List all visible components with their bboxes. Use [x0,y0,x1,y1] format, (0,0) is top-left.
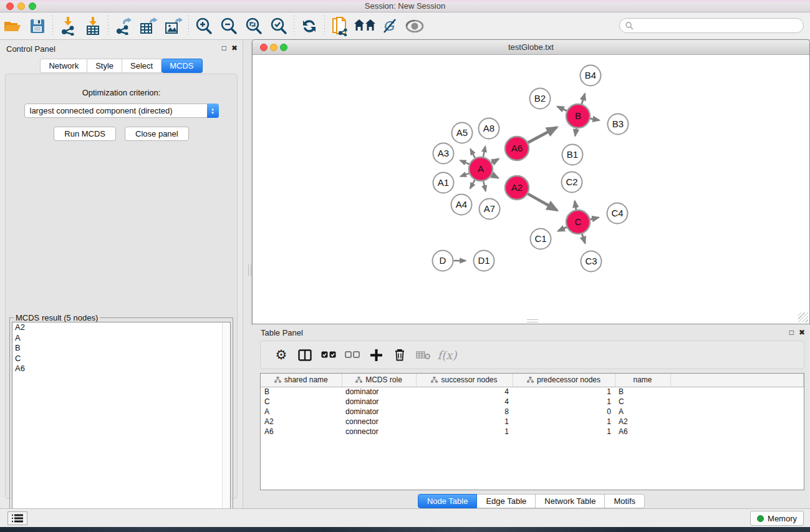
column-header-name[interactable]: name [615,374,670,387]
tab-network[interactable]: Network [40,59,87,73]
task-history-button[interactable] [7,511,27,525]
import-network-icon[interactable] [55,15,80,37]
tab-select[interactable]: Select [122,59,162,73]
graph-edge-B-B1[interactable] [575,128,576,136]
table-row[interactable]: A2connector11A2 [261,417,804,427]
tab-edge-table[interactable]: Edge Table [477,494,536,508]
graph-node-A8[interactable]: A8 [479,118,499,139]
column-header-shared-name[interactable]: shared name [261,374,342,387]
open-session-icon[interactable] [0,15,25,37]
graph-edge-A-A1[interactable] [461,173,470,177]
function-builder-icon[interactable]: f(x) [435,344,459,366]
graph-edge-C-C3[interactable] [582,234,585,243]
graph-node-A7[interactable]: A7 [480,199,500,220]
search-input[interactable] [634,19,803,32]
zoom-out-icon[interactable] [216,15,241,37]
table-row[interactable]: Bdominator41B [261,387,804,397]
graph-node-D[interactable]: D [433,251,453,271]
network-canvas[interactable]: B4B2BB3A5A8A6A3B1AA1C2A2A4A7C4CC1C3DD1 [253,55,809,324]
zoom-in-icon[interactable] [191,15,216,37]
table-row[interactable]: A6connector11A6 [261,427,804,437]
graph-edge-A-A3[interactable] [460,160,469,164]
show-column-icon[interactable] [293,344,317,366]
graph-node-B4[interactable]: B4 [581,65,601,86]
export-image-icon[interactable] [161,15,186,37]
graphics-details-icon[interactable]: G [377,15,402,37]
graph-node-A[interactable]: A [469,157,493,181]
refresh-icon[interactable] [297,15,322,37]
horizontal-splitter-handle[interactable] [527,319,538,322]
graph-node-D1[interactable]: D1 [474,251,494,271]
graph-edge-B-B3[interactable] [591,118,599,120]
window-resize-grip[interactable] [798,312,808,322]
table-close-icon[interactable]: ✖ [799,328,805,337]
show-hide-details-icon[interactable] [402,15,427,37]
graph-node-A1[interactable]: A1 [433,173,454,193]
add-column-icon[interactable] [364,344,388,366]
graph-node-B3[interactable]: B3 [608,114,629,135]
result-item[interactable]: C [12,354,230,364]
export-network-icon[interactable] [111,15,136,37]
criterion-dropdown[interactable]: largest connected component (directed) ▲… [24,104,219,118]
select-all-checkboxes-icon[interactable] [317,344,340,366]
graph-node-C1[interactable]: C1 [531,229,551,249]
network-window-titlebar[interactable]: testGlobe.txt [253,40,809,55]
column-header-predecessor-nodes[interactable]: predecessor nodes [513,374,615,387]
graph-node-A4[interactable]: A4 [451,195,472,215]
table-float-icon[interactable]: □ [789,328,794,337]
save-session-icon[interactable] [25,15,50,37]
column-header-MCDS-role[interactable]: MCDS role [342,374,416,387]
table-row[interactable]: Adominator80A [261,407,804,417]
graph-node-B[interactable]: B [566,104,590,128]
new-network-from-selection-icon[interactable] [327,15,352,37]
float-panel-icon[interactable]: □ [222,44,226,52]
vertical-splitter-handle[interactable] [248,264,251,276]
search-field[interactable] [619,18,804,33]
result-item[interactable]: A6 [12,364,230,374]
table-row[interactable]: Cdominator41C [261,397,804,407]
graph-node-C3[interactable]: C3 [581,251,602,272]
close-panel-icon[interactable]: ✖ [231,44,238,52]
graph-edge-A-A8[interactable] [483,147,485,157]
graph-edge-A-A5[interactable] [470,149,475,158]
result-item[interactable]: A [12,333,230,344]
deselect-all-checkboxes-icon[interactable] [340,344,364,366]
graph-node-C2[interactable]: C2 [562,172,582,193]
delete-column-icon[interactable] [388,344,412,366]
zoom-fit-icon[interactable] [241,15,266,37]
graph-node-C4[interactable]: C4 [607,203,628,224]
tab-mcds[interactable]: MCDS [162,59,202,73]
graph-node-A6[interactable]: A6 [505,137,529,160]
graph-edge-B-B4[interactable] [582,94,585,104]
zoom-selected-icon[interactable] [266,15,291,37]
graph-edge-A-A6[interactable] [491,159,498,163]
graph-node-B2[interactable]: B2 [530,89,551,109]
graph-edge-C-C4[interactable] [591,218,599,220]
export-table-icon[interactable] [136,15,161,37]
delete-table-icon[interactable] [412,344,435,366]
tab-style[interactable]: Style [87,59,122,73]
graph-edge-A6-B[interactable] [528,127,557,143]
ndex-home-icon[interactable] [352,15,377,37]
graph-node-C[interactable]: C [566,210,590,234]
result-item[interactable]: B [12,343,230,354]
table-settings-icon[interactable]: ⚙ [269,344,293,366]
result-item[interactable]: A2 [12,322,230,333]
memory-button[interactable]: Memory [750,511,804,526]
close-panel-button[interactable]: Close panel [125,127,189,141]
graph-node-A2[interactable]: A2 [505,176,529,200]
graph-edge-A-A2[interactable] [492,175,498,178]
tab-network-table[interactable]: Network Table [536,494,605,508]
result-scrollbar[interactable] [222,322,230,530]
graph-edge-C-C2[interactable] [575,201,576,210]
tab-node-table[interactable]: Node Table [418,494,478,508]
graph-edge-A-A7[interactable] [483,181,485,191]
graph-node-B1[interactable]: B1 [562,145,583,165]
graph-edge-A-A4[interactable] [470,180,475,189]
graph-node-A5[interactable]: A5 [452,123,473,143]
graph-node-A3[interactable]: A3 [433,143,454,164]
tab-motifs[interactable]: Motifs [605,494,645,508]
column-header-successor-nodes[interactable]: successor nodes [416,374,513,387]
import-table-icon[interactable] [80,15,105,37]
run-mcds-button[interactable]: Run MCDS [54,127,116,141]
